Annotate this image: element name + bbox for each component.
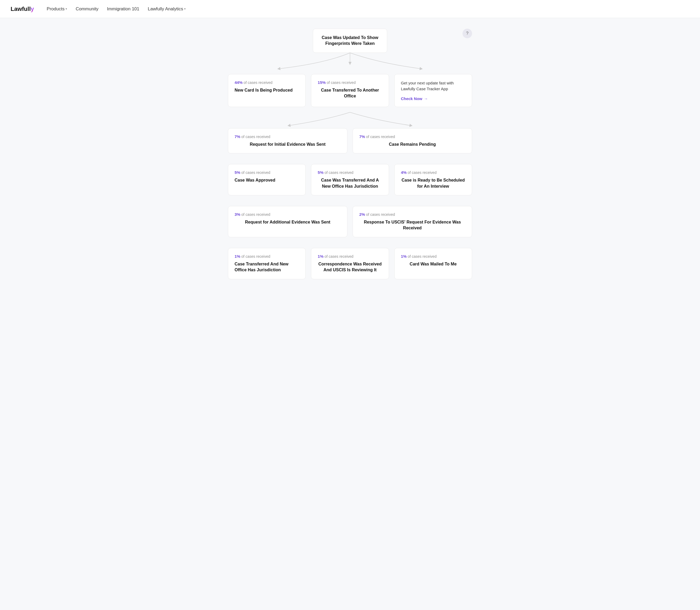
row-3-2: 3% of cases received Request for Additio…: [228, 206, 472, 237]
nav-immigration[interactable]: Immigration 101: [107, 6, 139, 12]
card-7pct-right: 7% of cases received Case Remains Pendin…: [353, 128, 472, 154]
card-44pct-label: 44% of cases received: [234, 80, 299, 85]
card-5pct-1-title: Case Was Approved: [234, 177, 299, 183]
card-1pct-2-title: Correspondence Was Received And USCIS Is…: [318, 261, 382, 273]
card-15pct-label: 15% of cases received: [318, 80, 382, 85]
card-5pct-2: 5% of cases received Case Was Transferre…: [311, 164, 389, 195]
card-2pct: 2% of cases received Response To USCIS' …: [353, 206, 472, 237]
promo-card: Get your next update fast with Lawfully …: [394, 74, 472, 107]
nav-products[interactable]: Products ▾: [47, 6, 67, 12]
card-7pct-right-title: Case Remains Pending: [359, 142, 466, 147]
top-node-card: Case Was Updated To Show Fingerprints We…: [313, 29, 387, 53]
card-1pct-1: 1% of cases received Case Transferred An…: [228, 248, 306, 279]
card-15pct-title: Case Transferred To Another Office: [318, 87, 382, 99]
row-mid: 44% of cases received New Card Is Being …: [228, 74, 472, 107]
promo-text: Get your next update fast with Lawfully …: [401, 80, 466, 92]
nav-analytics[interactable]: Lawfully Analytics ▾: [148, 6, 186, 12]
card-3pct-title: Request for Additional Evidence Was Sent: [234, 219, 341, 225]
connector-top: [228, 53, 472, 74]
top-node-wrapper: Case Was Updated To Show Fingerprints We…: [228, 29, 472, 53]
gap-1: [228, 159, 472, 164]
chevron-down-icon: ▾: [66, 7, 67, 11]
card-15pct: 15% of cases received Case Transferred T…: [311, 74, 389, 107]
chevron-down-icon-2: ▾: [184, 7, 186, 11]
nav-links: Products ▾ Community Immigration 101 Law…: [47, 6, 186, 12]
card-44pct-title: New Card Is Being Produced: [234, 87, 299, 93]
card-4pct: 4% of cases received Case is Ready to Be…: [394, 164, 472, 195]
connector-svg-top: [228, 53, 472, 74]
card-4pct-title: Case is Ready to Be Scheduled for An Int…: [401, 177, 466, 189]
connector-mid: [228, 112, 472, 128]
logo[interactable]: Lawfully: [11, 5, 34, 13]
row-1pct: 1% of cases received Case Transferred An…: [228, 248, 472, 279]
card-1pct-2: 1% of cases received Correspondence Was …: [311, 248, 389, 279]
nav-community[interactable]: Community: [76, 6, 98, 12]
card-7pct-left-title: Request for Initial Evidence Was Sent: [234, 142, 341, 147]
card-5pct-2-title: Case Was Transferred And A New Office Ha…: [318, 177, 382, 189]
card-1pct-3-title: Card Was Mailed To Me: [401, 261, 466, 267]
card-1pct-1-title: Case Transferred And New Office Has Juri…: [234, 261, 299, 273]
row-5-4: 5% of cases received Case Was Approved 5…: [228, 164, 472, 195]
card-3pct: 3% of cases received Request for Additio…: [228, 206, 347, 237]
main-content: ? Case Was Updated To Show Fingerprints …: [223, 18, 477, 306]
card-2pct-title: Response To USCIS' Request For Evidence …: [359, 219, 466, 231]
navbar: Lawfully Products ▾ Community Immigratio…: [0, 0, 700, 18]
connector-svg-mid: [228, 112, 472, 128]
gap-3: [228, 243, 472, 248]
gap-2: [228, 201, 472, 206]
top-node-title: Case Was Updated To Show Fingerprints We…: [320, 35, 380, 47]
row-7pct: 7% of cases received Request for Initial…: [228, 128, 472, 154]
card-44pct: 44% of cases received New Card Is Being …: [228, 74, 306, 107]
check-now-link[interactable]: Check Now →: [401, 96, 466, 101]
card-1pct-3: 1% of cases received Card Was Mailed To …: [394, 248, 472, 279]
card-5pct-1: 5% of cases received Case Was Approved: [228, 164, 306, 195]
card-7pct-left: 7% of cases received Request for Initial…: [228, 128, 347, 154]
